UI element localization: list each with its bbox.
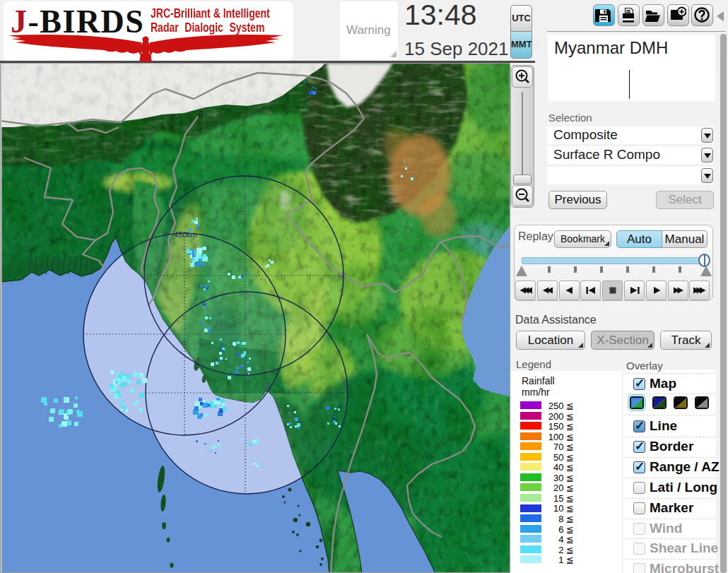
svg-text:450km: 450km xyxy=(174,230,197,239)
